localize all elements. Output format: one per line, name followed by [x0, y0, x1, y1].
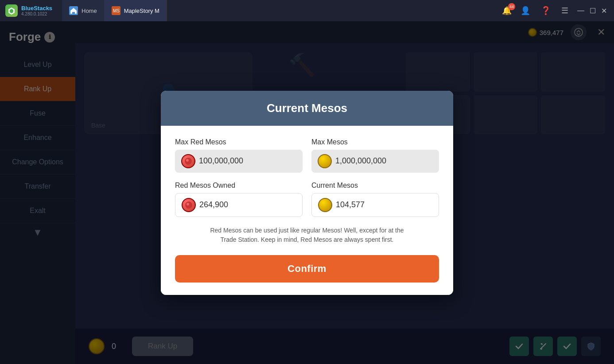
max-red-mesos-row: 100,000,000: [175, 150, 303, 173]
bluestacks-logo-icon: [5, 4, 18, 17]
minimize-button[interactable]: —: [577, 7, 584, 15]
current-mesos-value: 104,577: [336, 200, 365, 209]
maple-tab-icon: MS: [112, 6, 120, 15]
current-mesos-row: 104,577: [311, 193, 439, 217]
modal-header: Current Mesos: [161, 91, 453, 126]
titlebar-tabs: Home MS MapleStory M: [62, 0, 167, 21]
red-meso-icon-2: [182, 198, 196, 212]
maximize-button[interactable]: ☐: [590, 7, 596, 15]
close-button[interactable]: ✕: [601, 7, 607, 15]
notification-badge: 44: [508, 3, 515, 10]
tab-maplestory[interactable]: MS MapleStory M: [105, 0, 167, 21]
main-area: Forge ℹ Level Up Rank Up Fuse Enhance Ch…: [0, 21, 614, 364]
max-red-mesos-label: Max Red Mesos: [175, 138, 303, 146]
gold-meso-icon-2: [318, 198, 332, 212]
tab-maplestory-label: MapleStory M: [124, 8, 159, 14]
current-mesos-section: Current Mesos 104,577: [311, 182, 439, 217]
menu-icon[interactable]: ☰: [560, 4, 570, 17]
titlebar-brand: BlueStacks 4.280.0.1022: [21, 5, 52, 16]
gold-meso-icon-1: [318, 154, 332, 168]
home-tab-icon: [69, 6, 78, 15]
confirm-button[interactable]: Confirm: [175, 255, 439, 283]
account-icon[interactable]: 👤: [519, 4, 532, 17]
modal-note: Red Mesos can be used just like regular …: [175, 226, 439, 244]
max-mesos-row: 1,000,000,000: [311, 150, 439, 173]
current-mesos-modal: Current Mesos Max Red Mesos: [161, 91, 453, 295]
bluestacks-logo-area: BlueStacks 4.280.0.1022: [0, 4, 62, 17]
modal-title: Current Mesos: [171, 101, 443, 115]
help-icon[interactable]: ❓: [539, 4, 552, 17]
svg-point-13: [187, 203, 189, 205]
tab-home-label: Home: [82, 8, 97, 14]
max-mesos-section: Max Mesos 1,000,000,000: [311, 138, 439, 173]
max-red-mesos-value: 100,000,000: [199, 156, 243, 166]
brand-version: 4.280.0.1022: [21, 12, 52, 16]
red-mesos-owned-section: Red Mesos Owned 264,900: [175, 182, 303, 217]
window-controls: — ☐ ✕: [577, 7, 607, 15]
brand-name: BlueStacks: [21, 5, 52, 12]
red-mesos-owned-value: 264,900: [199, 200, 228, 209]
modal-body: Max Red Mesos 100,000,000: [161, 126, 453, 295]
svg-point-11: [186, 159, 189, 162]
titlebar-right: 🔔 44 👤 ❓ ☰ — ☐ ✕: [502, 4, 614, 17]
current-mesos-label: Current Mesos: [311, 182, 439, 190]
red-mesos-owned-row: 264,900: [175, 193, 303, 217]
max-red-mesos-section: Max Red Mesos 100,000,000: [175, 138, 303, 173]
mesos-grid: Max Red Mesos 100,000,000: [175, 138, 439, 217]
red-mesos-owned-label: Red Mesos Owned: [175, 182, 303, 190]
svg-text:MS: MS: [113, 8, 120, 13]
red-meso-icon-1: [181, 154, 195, 168]
max-mesos-label: Max Mesos: [311, 138, 439, 146]
modal-overlay: Current Mesos Max Red Mesos: [0, 21, 614, 364]
notification-bell[interactable]: 🔔 44: [502, 6, 512, 15]
max-mesos-value: 1,000,000,000: [335, 156, 386, 166]
titlebar: BlueStacks 4.280.0.1022 Home MS MapleSto…: [0, 0, 614, 21]
tab-home[interactable]: Home: [62, 0, 105, 21]
